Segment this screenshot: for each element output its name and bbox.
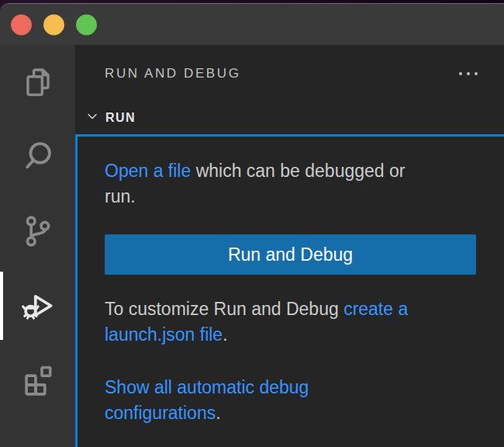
zoom-window-button[interactable]: [76, 14, 97, 35]
welcome-paragraph: Show all automatic debug configurations.: [105, 375, 476, 426]
text-segment: .: [223, 324, 227, 345]
files-icon: [20, 64, 56, 100]
sidebar-item-explorer[interactable]: [0, 45, 75, 120]
chevron-down-icon: [85, 109, 99, 126]
welcome-paragraph: Open a file which can be debugged or run…: [105, 158, 476, 210]
text-segment: To customize Run and Debug: [105, 299, 343, 319]
run-section-label: RUN: [105, 111, 136, 125]
sidebar-item-extensions[interactable]: [0, 343, 75, 418]
sidebar-item-search[interactable]: [0, 120, 75, 194]
title-bar[interactable]: [0, 4, 504, 45]
show-automatic-debug-configurations-link[interactable]: Show all automatic debug configurations: [105, 377, 309, 423]
panel-title: RUN AND DEBUG: [105, 66, 241, 81]
ellipsis-icon: [459, 72, 462, 75]
welcome-paragraphs: To customize Run and Debug create a laun…: [105, 296, 476, 426]
more-actions-button[interactable]: [457, 68, 479, 80]
extensions-icon: [20, 362, 56, 398]
welcome-paragraphs: Open a file which can be debugged or run…: [105, 158, 476, 210]
desktop-background: RUN AND DEBUG RUN: [0, 0, 504, 447]
panel-header: RUN AND DEBUG: [75, 45, 504, 102]
run-and-debug-welcome-view: Open a file which can be debugged or run…: [75, 134, 504, 447]
close-window-button[interactable]: [11, 14, 32, 35]
run-and-debug-icon: [20, 288, 56, 324]
open-a-file-link[interactable]: Open a file: [105, 161, 191, 181]
sidebar-item-source-control[interactable]: [0, 194, 75, 269]
activity-bar: [0, 45, 75, 447]
traffic-lights: [11, 14, 97, 35]
search-icon: [20, 139, 56, 175]
text-segment: .: [216, 403, 220, 423]
run-and-debug-button[interactable]: Run and Debug: [105, 234, 476, 275]
ellipsis-icon: [467, 72, 470, 75]
source-control-icon: [20, 213, 56, 249]
side-panel: RUN AND DEBUG RUN: [75, 45, 504, 447]
welcome-paragraph: To customize Run and Debug create a laun…: [105, 296, 476, 348]
run-section-header[interactable]: RUN: [75, 102, 504, 134]
ellipsis-icon: [475, 72, 478, 75]
window-body: RUN AND DEBUG RUN: [0, 45, 504, 447]
vscode-window: RUN AND DEBUG RUN: [0, 3, 504, 447]
minimize-window-button[interactable]: [43, 14, 64, 35]
sidebar-item-run-and-debug[interactable]: [0, 269, 75, 343]
